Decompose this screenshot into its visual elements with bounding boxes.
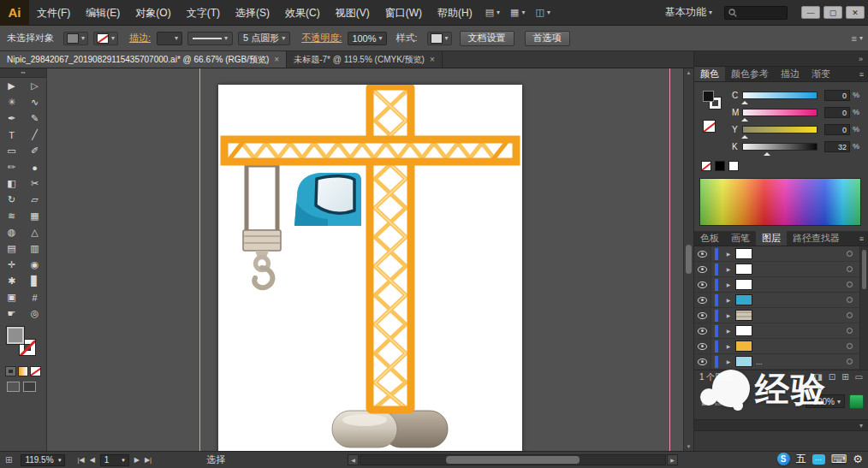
scroll-down-icon[interactable] [684, 442, 693, 451]
target-circle-icon[interactable] [847, 358, 853, 364]
stroke-panel-link[interactable]: 描边: [129, 32, 151, 44]
tool-pencil[interactable]: ✏ [0, 159, 23, 175]
artboard-number-field[interactable]: 1 ▾ [100, 454, 129, 466]
brush-definition-dropdown[interactable]: 5 点圆形 [238, 32, 290, 45]
menu-select[interactable]: 选择(S) [228, 0, 277, 26]
scroll-up-icon[interactable] [684, 68, 693, 77]
tool-rectangle[interactable]: ▭ [0, 143, 23, 159]
tab-color[interactable]: 颜色 [694, 67, 725, 81]
menu-object[interactable]: 对象(O) [128, 0, 178, 26]
sogou-icon[interactable]: S [777, 453, 790, 465]
black-value-field[interactable]: 32 [824, 141, 850, 152]
expand-triangle-icon[interactable]: ▶ [723, 343, 734, 349]
tool-free-transform[interactable]: ▦ [23, 208, 46, 224]
tool-shape-builder[interactable]: ◍ [0, 224, 23, 240]
tool-curvature[interactable]: ✎ [23, 110, 46, 127]
horizontal-scrollbar[interactable] [360, 454, 666, 465]
new-sublayer-icon[interactable]: ⊡ [829, 372, 835, 382]
magenta-slider[interactable] [742, 109, 817, 116]
target-circle-icon[interactable] [847, 312, 853, 318]
layer-row[interactable]: ▶ [694, 308, 868, 323]
layer-row[interactable]: ▶ [694, 277, 868, 293]
tool-selection[interactable]: ▶ [0, 78, 23, 94]
swatch-none[interactable] [701, 161, 711, 171]
layer-thumbnail[interactable] [735, 325, 752, 336]
fill-color-dropdown[interactable] [63, 32, 88, 45]
tool-line-segment[interactable]: ╱ [23, 127, 46, 143]
expand-triangle-icon[interactable]: ▶ [723, 297, 734, 303]
cyan-slider[interactable] [742, 92, 817, 99]
restore-button[interactable]: ▢ [823, 6, 842, 19]
screen-mode-icon[interactable]: ◫ [531, 7, 556, 18]
expand-triangle-icon[interactable]: ▶ [723, 281, 734, 287]
tool-scale[interactable]: ▱ [23, 192, 46, 208]
scroll-left-icon[interactable]: ◀ [348, 454, 359, 465]
document-tab-1[interactable]: Nipic_29842067_20190829115435707000.ai* … [0, 51, 287, 68]
first-artboard-button[interactable]: |◀ [77, 456, 84, 464]
keyboard-icon[interactable]: ⌨ [831, 453, 847, 465]
tool-blob-brush[interactable]: ● [23, 159, 46, 175]
stroke-color-dropdown[interactable] [93, 32, 118, 45]
close-button[interactable]: ✕ [846, 6, 865, 19]
tool-magic-wand[interactable]: ✳ [0, 94, 23, 110]
tool-eyedropper[interactable]: ✛ [0, 257, 23, 273]
preferences-button[interactable]: 首选项 [525, 31, 570, 46]
tool-column-graph[interactable]: ▊ [23, 273, 46, 289]
menu-help[interactable]: 帮助(H) [430, 0, 480, 26]
zoom-dropdown[interactable]: 119.5% ▾ [21, 454, 65, 466]
menu-view[interactable]: 视图(V) [328, 0, 378, 26]
expand-triangle-icon[interactable]: ▶ [723, 251, 734, 257]
draw-normal-button[interactable] [7, 382, 20, 392]
wubi-mode-label[interactable]: 五 [796, 452, 806, 466]
menu-effect[interactable]: 效果(C) [277, 0, 328, 26]
tab-stroke[interactable]: 描边 [775, 67, 806, 81]
bridge-icon[interactable]: ▤ [480, 7, 505, 18]
fill-proxy[interactable] [7, 327, 24, 344]
layer-thumbnail[interactable] [735, 341, 752, 352]
layer-row[interactable]: ▶ [694, 246, 868, 262]
new-layer-icon[interactable]: ⊞ [841, 372, 848, 382]
layers-scrollbar[interactable] [859, 246, 868, 370]
workspace-switcher[interactable]: 基本功能 [665, 5, 712, 20]
scroll-right-icon[interactable]: ▶ [667, 454, 678, 465]
tool-artboard[interactable]: ▣ [0, 289, 23, 305]
layer-thumbnail[interactable] [735, 294, 752, 305]
app-logo[interactable]: Ai [0, 0, 29, 26]
color-fill-proxy[interactable] [703, 91, 714, 102]
tool-gradient[interactable]: ▥ [23, 240, 46, 257]
document-tab-1-close-icon[interactable]: × [274, 55, 279, 64]
toolbar-grip[interactable]: ▪▪ [0, 68, 46, 78]
opacity-field[interactable]: 100% [348, 32, 386, 45]
none-mode-button[interactable] [30, 366, 41, 376]
layer-thumbnail[interactable] [735, 279, 752, 290]
expand-triangle-icon[interactable]: ▶ [723, 328, 734, 334]
horizontal-scroll-thumb[interactable] [446, 456, 580, 464]
visibility-toggle[interactable] [694, 262, 711, 276]
zoom-level-field[interactable]: 100% [806, 394, 845, 408]
layer-thumbnail[interactable] [735, 310, 752, 321]
tool-symbol-sprayer[interactable]: ✱ [0, 273, 23, 289]
vertical-scrollbar[interactable] [683, 68, 693, 451]
layer-row[interactable]: ▶ [694, 262, 868, 277]
tool-type[interactable]: T [0, 127, 23, 143]
color-mode-button[interactable] [5, 366, 16, 376]
stroke-weight-field[interactable] [157, 32, 182, 45]
tool-scissors[interactable]: ✂ [23, 175, 46, 192]
gradient-mode-button[interactable] [18, 366, 29, 376]
tool-blend[interactable]: ◉ [23, 257, 46, 273]
opacity-panel-link[interactable]: 不透明度: [301, 32, 342, 44]
target-circle-icon[interactable] [847, 266, 853, 272]
tool-lasso[interactable]: ∿ [23, 94, 46, 110]
cyan-value-field[interactable]: 0 [824, 90, 850, 101]
crane-illustration[interactable] [218, 85, 522, 451]
tab-gradient[interactable]: 渐变 [806, 67, 836, 81]
vertical-scroll-thumb[interactable] [686, 245, 692, 274]
color-spectrum[interactable] [699, 178, 861, 226]
cyan-slider-thumb[interactable] [741, 98, 748, 104]
artboard-nav-icon[interactable]: ⊞ [5, 455, 12, 465]
menu-edit[interactable]: 编辑(E) [78, 0, 128, 26]
visibility-toggle[interactable] [694, 246, 711, 261]
layer-row[interactable]: ▶ [694, 339, 868, 354]
magenta-slider-thumb[interactable] [741, 115, 748, 121]
next-artboard-button[interactable]: ▶ [134, 456, 140, 464]
